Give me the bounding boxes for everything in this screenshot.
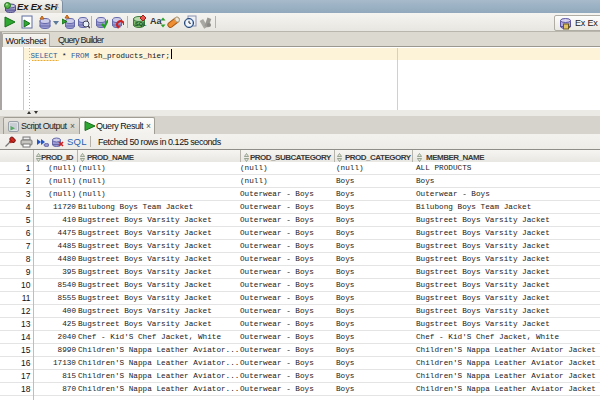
svg-text:SQL: SQL xyxy=(135,21,147,27)
